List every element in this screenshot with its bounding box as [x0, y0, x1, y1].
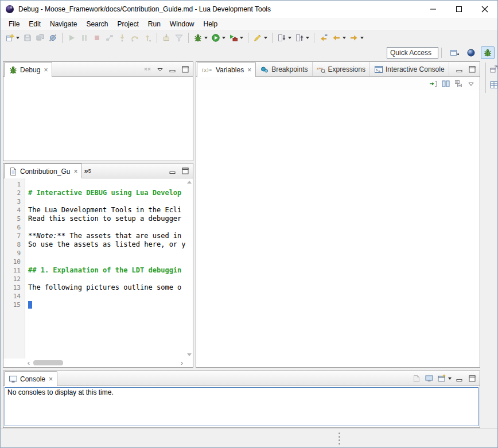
- menu-edit[interactable]: Edit: [24, 18, 45, 30]
- previous-annotation-button[interactable]: [293, 32, 311, 44]
- editor-horizontal-scrollbar[interactable]: ‹ ›: [25, 359, 185, 367]
- menu-search[interactable]: Search: [81, 18, 112, 30]
- debug-view-content[interactable]: [3, 77, 193, 161]
- open-console-page-button[interactable]: [411, 373, 422, 384]
- code-segment: # Interactive DEBUG using Lua Develop: [28, 189, 181, 197]
- close-tab-icon[interactable]: ×: [44, 66, 48, 74]
- minimize-button[interactable]: [454, 373, 465, 384]
- dropdown-arrow-icon[interactable]: [16, 37, 20, 39]
- dropdown-arrow-icon[interactable]: [222, 37, 225, 39]
- dropdown-arrow-icon[interactable]: [264, 37, 267, 39]
- collapse-all-button[interactable]: [452, 78, 465, 89]
- remove-all-terminated-button[interactable]: [142, 64, 153, 75]
- dropdown-arrow-icon[interactable]: [240, 37, 243, 39]
- menu-window[interactable]: Window: [165, 18, 199, 30]
- quick-access-input[interactable]: Quick Access: [387, 47, 438, 59]
- scroll-right-icon[interactable]: ›: [178, 359, 185, 367]
- view-menu-button[interactable]: [465, 78, 477, 89]
- forward-button[interactable]: [348, 32, 365, 44]
- editor-vertical-scrollbar[interactable]: [185, 178, 193, 359]
- restore-view-button[interactable]: [488, 64, 498, 75]
- maximize-button[interactable]: [180, 64, 191, 75]
- debug-view-tab-debug[interactable]: Debug×: [4, 62, 52, 77]
- dropdown-arrow-icon[interactable]: [306, 37, 309, 39]
- menu-file[interactable]: File: [4, 18, 24, 30]
- open-perspective-button[interactable]: [448, 46, 461, 59]
- debug-button[interactable]: [192, 32, 209, 44]
- tab-label: Contribution_Gu: [20, 167, 70, 176]
- editor-tab-overflow[interactable]: »5: [82, 163, 94, 178]
- open-task-button[interactable]: [251, 32, 269, 44]
- scroll-left-icon[interactable]: ‹: [25, 359, 32, 367]
- maximize-button[interactable]: [466, 64, 478, 75]
- console-tab-console[interactable]: Console×: [4, 371, 57, 386]
- skip-all-breakpoints-button[interactable]: [46, 32, 59, 44]
- menu-help[interactable]: Help: [199, 18, 223, 30]
- new-wizard-button[interactable]: [3, 32, 21, 44]
- code-segment: ## 1. Explanation of the LDT debuggin: [28, 266, 181, 274]
- dropdown-arrow-icon[interactable]: [343, 37, 346, 39]
- suspend-button[interactable]: [78, 32, 91, 44]
- drop-to-frame-button[interactable]: [160, 32, 173, 44]
- terminate-button[interactable]: [91, 32, 103, 44]
- show-columns-button[interactable]: [439, 78, 452, 89]
- minimize-window-button[interactable]: [420, 1, 446, 18]
- dropdown-arrow-icon[interactable]: [448, 377, 452, 380]
- code-line-5: Read this section to setup a debugger: [28, 215, 185, 223]
- step-over-button[interactable]: [129, 32, 141, 44]
- breakpoints-icon: [260, 65, 269, 74]
- open-console-button[interactable]: [436, 373, 453, 384]
- disconnect-button[interactable]: [103, 32, 116, 44]
- external-tools-button[interactable]: [227, 32, 245, 44]
- dropdown-arrow-icon[interactable]: [204, 37, 208, 39]
- line-number: 7: [3, 232, 21, 240]
- resume-button[interactable]: [65, 32, 78, 44]
- minimize-icon: [168, 166, 177, 176]
- dropdown-arrow-icon[interactable]: [360, 37, 364, 39]
- editor-tab-contribution-gu[interactable]: Contribution_Gu×: [4, 163, 82, 178]
- ldt-perspective-button[interactable]: [464, 46, 478, 59]
- view-tab-expressions[interactable]: x+yExpressions: [313, 62, 370, 76]
- next-annotation-button[interactable]: [275, 32, 293, 44]
- run-button[interactable]: [209, 32, 227, 44]
- close-tab-icon[interactable]: ×: [73, 167, 77, 176]
- maximize-window-button[interactable]: [446, 1, 472, 18]
- variables-view-content[interactable]: [196, 90, 480, 367]
- code-area[interactable]: # Interactive DEBUG using Lua DevelopThe…: [25, 178, 185, 359]
- display-selected-console-button[interactable]: [423, 373, 435, 384]
- view-menu-button[interactable]: [154, 64, 166, 75]
- view-tab-breakpoints[interactable]: Breakpoints: [256, 62, 312, 76]
- menu-run[interactable]: Run: [143, 18, 165, 30]
- editor-tabbar: Contribution_Gu× »5: [3, 163, 193, 178]
- save-all-button[interactable]: [34, 32, 46, 44]
- maximize-button[interactable]: [466, 373, 478, 384]
- editor-content[interactable]: 123456789101112131415 # Interactive DEBU…: [3, 178, 185, 359]
- show-logical-structures-button[interactable]: [427, 78, 439, 89]
- scroll-thumb[interactable]: [33, 360, 63, 365]
- close-window-button[interactable]: [472, 1, 497, 18]
- menu-project[interactable]: Project: [112, 18, 143, 30]
- last-edit-location-button[interactable]: [317, 32, 330, 44]
- step-into-button[interactable]: [116, 32, 129, 44]
- view-tab-interactive-console[interactable]: Interactive Console: [370, 62, 449, 76]
- use-step-filters-button[interactable]: [173, 32, 185, 44]
- drag-handle[interactable]: [339, 433, 340, 446]
- grid-view-button[interactable]: [488, 79, 498, 91]
- close-tab-icon[interactable]: ×: [49, 375, 53, 383]
- view-tab-variables[interactable]: (x)=Variables×: [197, 62, 256, 77]
- save-button[interactable]: [21, 32, 34, 44]
- dropdown-arrow-icon[interactable]: [288, 37, 291, 39]
- back-button[interactable]: [330, 32, 348, 44]
- debug-perspective-button[interactable]: [481, 46, 495, 59]
- scroll-up-icon[interactable]: [187, 181, 192, 184]
- scroll-down-icon[interactable]: [187, 353, 192, 356]
- maximize-button[interactable]: [180, 166, 191, 176]
- console-output[interactable]: No consoles to display at this time.: [5, 387, 478, 426]
- close-tab-icon[interactable]: ×: [247, 66, 251, 74]
- tab-label: Expressions: [328, 65, 365, 73]
- minimize-button[interactable]: [167, 166, 178, 176]
- step-return-button[interactable]: [141, 32, 154, 44]
- minimize-button[interactable]: [167, 64, 178, 75]
- menu-navigate[interactable]: Navigate: [45, 18, 81, 30]
- minimize-button[interactable]: [454, 64, 465, 75]
